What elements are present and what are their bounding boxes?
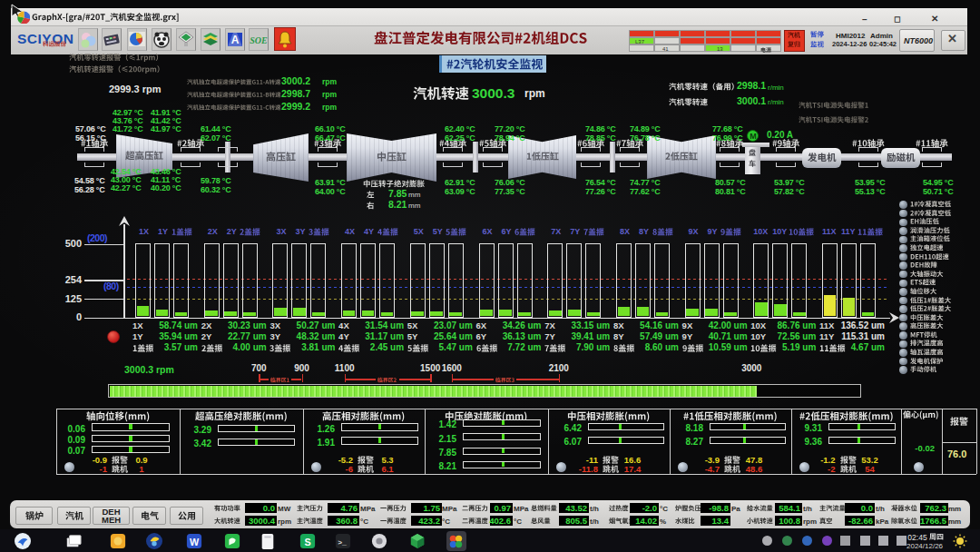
svg-text:W: W — [190, 537, 200, 547]
svg-text:SOE: SOE — [250, 35, 268, 45]
svg-text:>_: >_ — [338, 538, 347, 547]
svg-text:S: S — [304, 537, 310, 547]
svg-text:A: A — [231, 34, 240, 46]
